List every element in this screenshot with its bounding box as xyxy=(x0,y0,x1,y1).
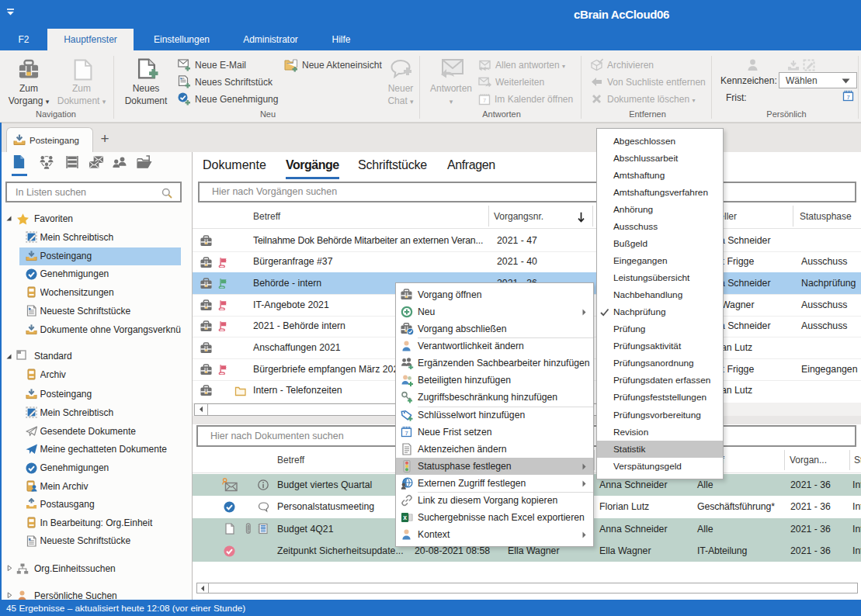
svg-text:7: 7 xyxy=(404,429,408,436)
svg-text:7: 7 xyxy=(846,94,849,101)
svg-text:7: 7 xyxy=(483,97,486,104)
svg-text:x: x xyxy=(403,514,407,521)
